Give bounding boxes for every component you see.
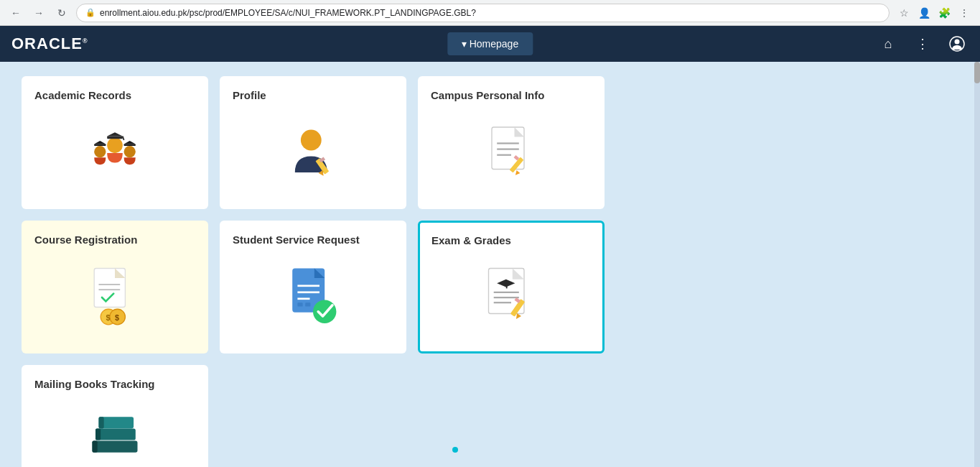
svg-point-6 bbox=[94, 146, 106, 157]
header-right-actions: ⌂ ⋮ bbox=[877, 32, 969, 55]
tile-student-service-request-title: Student Service Request bbox=[233, 234, 393, 246]
tile-profile[interactable]: Profile bbox=[220, 76, 406, 209]
svg-rect-54 bbox=[99, 417, 134, 428]
oracle-logo: ORACLE® bbox=[11, 34, 88, 53]
svg-rect-39 bbox=[305, 302, 310, 306]
tile-campus-personal-info-title: Campus Personal Info bbox=[431, 89, 592, 101]
home-icon-button[interactable]: ⌂ bbox=[877, 32, 900, 55]
svg-marker-8 bbox=[94, 141, 106, 144]
user-circle-icon bbox=[949, 36, 965, 52]
svg-rect-55 bbox=[99, 417, 104, 428]
svg-rect-10 bbox=[124, 144, 136, 146]
svg-line-5 bbox=[123, 137, 124, 140]
forward-button[interactable]: → bbox=[30, 4, 47, 22]
scrollbar-track[interactable] bbox=[974, 62, 980, 467]
profile-button[interactable]: 👤 bbox=[915, 4, 933, 22]
tile-mailing-books-tracking[interactable]: Mailing Books Tracking bbox=[22, 365, 208, 467]
tile-campus-personal-info-icon-area bbox=[431, 110, 592, 196]
svg-point-12 bbox=[301, 130, 322, 151]
svg-rect-7 bbox=[94, 144, 106, 146]
svg-point-1 bbox=[955, 40, 960, 45]
url-text: enrollment.aiou.edu.pk/psc/prod/EMPLOYEE… bbox=[100, 8, 476, 18]
svg-point-9 bbox=[124, 146, 136, 157]
svg-rect-38 bbox=[297, 302, 302, 306]
main-content: Academic Records bbox=[0, 62, 980, 467]
oracle-header: ORACLE® ▾ Homepage ⌂ ⋮ bbox=[0, 26, 980, 62]
tile-academic-records[interactable]: Academic Records bbox=[22, 76, 208, 209]
scrollbar-thumb[interactable] bbox=[974, 62, 980, 83]
reload-button[interactable]: ↻ bbox=[53, 4, 70, 22]
homepage-label: ▾ Homepage bbox=[462, 38, 518, 50]
tile-course-registration-icon-area: $ $ bbox=[34, 254, 195, 341]
svg-rect-43 bbox=[506, 283, 508, 288]
tile-academic-records-icon-area bbox=[34, 110, 195, 196]
tile-mailing-books-tracking-icon-area bbox=[34, 399, 195, 463]
tile-exam-grades[interactable]: Exam & Grades bbox=[418, 221, 605, 353]
chrome-menu-button[interactable]: ⋮ bbox=[956, 4, 973, 22]
svg-rect-50 bbox=[93, 441, 138, 453]
bottom-row: Mailing Books Tracking bbox=[22, 365, 958, 467]
books-stack-icon bbox=[83, 399, 147, 463]
tile-course-registration[interactable]: Course Registration $ $ bbox=[22, 221, 208, 353]
back-button[interactable]: ← bbox=[7, 4, 24, 22]
extension-button[interactable]: 🧩 bbox=[935, 4, 953, 22]
tile-student-service-request[interactable]: Student Service Request bbox=[220, 221, 406, 353]
svg-rect-51 bbox=[93, 441, 98, 453]
doc-registration-icon: $ $ bbox=[83, 265, 147, 330]
document-edit-icon bbox=[479, 121, 543, 185]
header-user-button[interactable] bbox=[946, 32, 969, 55]
graduation-icon bbox=[83, 121, 147, 185]
bookmark-star-button[interactable]: ☆ bbox=[895, 4, 913, 22]
tile-academic-records-title: Academic Records bbox=[34, 89, 195, 101]
svg-point-2 bbox=[107, 137, 123, 153]
svg-marker-4 bbox=[107, 132, 123, 136]
address-bar[interactable]: 🔒 enrollment.aiou.edu.pk/psc/prod/EMPLOY… bbox=[76, 4, 890, 22]
doc-pencil-icon bbox=[479, 265, 543, 330]
tile-campus-personal-info[interactable]: Campus Personal Info bbox=[418, 76, 605, 209]
tiles-grid: Academic Records bbox=[22, 76, 610, 353]
tile-student-service-request-icon-area bbox=[233, 254, 393, 341]
svg-rect-53 bbox=[95, 428, 101, 440]
svg-point-37 bbox=[313, 300, 336, 323]
browser-chrome: ← → ↻ 🔒 enrollment.aiou.edu.pk/psc/prod/… bbox=[0, 0, 980, 26]
tile-course-registration-title: Course Registration bbox=[34, 234, 195, 246]
svg-text:$: $ bbox=[106, 313, 110, 322]
svg-marker-22 bbox=[514, 170, 521, 177]
tile-mailing-books-tracking-title: Mailing Books Tracking bbox=[34, 378, 195, 390]
homepage-button[interactable]: ▾ Homepage bbox=[447, 32, 533, 55]
tile-exam-grades-icon-area bbox=[431, 255, 591, 340]
browser-actions: ☆ 👤 🧩 ⋮ bbox=[895, 4, 973, 22]
tile-profile-icon-area bbox=[233, 110, 393, 196]
header-menu-button[interactable]: ⋮ bbox=[911, 32, 934, 55]
svg-rect-52 bbox=[95, 428, 136, 440]
svg-rect-3 bbox=[107, 137, 123, 139]
doc-check-icon bbox=[281, 265, 345, 330]
dot-indicator bbox=[452, 447, 458, 453]
tile-profile-title: Profile bbox=[233, 89, 393, 101]
lock-icon: 🔒 bbox=[85, 8, 95, 17]
person-edit-icon bbox=[281, 121, 345, 185]
svg-text:$: $ bbox=[115, 313, 119, 322]
tile-exam-grades-title: Exam & Grades bbox=[431, 234, 591, 246]
svg-marker-11 bbox=[124, 141, 136, 144]
